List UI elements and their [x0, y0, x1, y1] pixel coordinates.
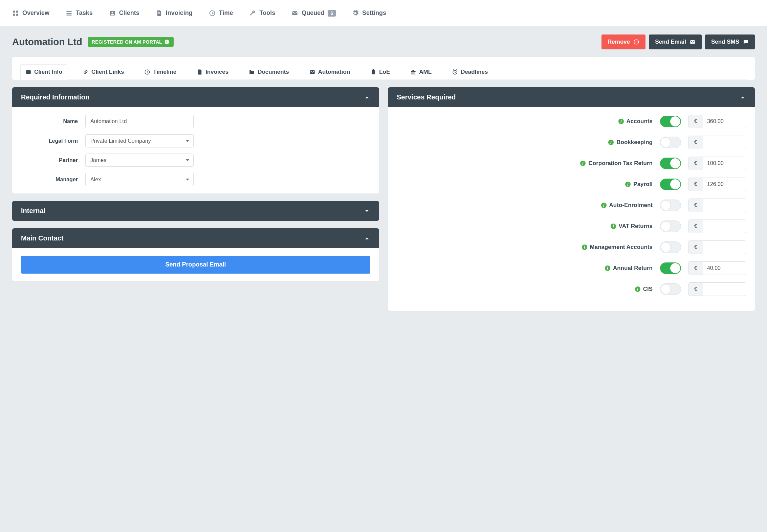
- service-row: i Corporation Tax Return €: [397, 157, 746, 170]
- tab-documents[interactable]: Documents: [244, 64, 294, 79]
- service-toggle[interactable]: [660, 158, 681, 169]
- svg-rect-16: [635, 42, 638, 42]
- panel-internal-header[interactable]: Internal: [12, 201, 379, 221]
- nav-clients-label: Clients: [119, 9, 139, 17]
- tab-deadlines[interactable]: Deadlines: [447, 64, 493, 79]
- remove-button[interactable]: Remove: [601, 34, 645, 49]
- tab-client-info-label: Client Info: [34, 69, 62, 75]
- service-toggle[interactable]: [660, 179, 681, 190]
- currency-symbol: €: [689, 115, 703, 128]
- service-toggle[interactable]: [660, 221, 681, 232]
- service-row: i VAT Returns €: [397, 219, 746, 233]
- panel-services-header[interactable]: Services Required: [388, 87, 755, 107]
- link-icon: [83, 69, 89, 75]
- service-label: i Auto-Enrolment: [601, 202, 653, 209]
- partner-select[interactable]: James: [85, 154, 194, 167]
- nav-tools-label: Tools: [259, 9, 275, 17]
- price-input[interactable]: [703, 136, 746, 149]
- price-input[interactable]: [703, 157, 746, 170]
- tab-invoices[interactable]: Invoices: [192, 64, 234, 79]
- service-name: CIS: [643, 286, 653, 293]
- panel-services-title: Services Required: [397, 93, 456, 101]
- panel-main-contact-header[interactable]: Main Contact: [12, 228, 379, 248]
- price-input[interactable]: [703, 262, 746, 275]
- service-row: i Accounts €: [397, 115, 746, 128]
- nav-overview[interactable]: Overview: [12, 9, 49, 17]
- service-row: i Auto-Enrolment €: [397, 199, 746, 212]
- service-label: i Annual Return: [605, 265, 653, 272]
- price-input[interactable]: [703, 178, 746, 191]
- info-icon: i: [580, 161, 586, 166]
- currency-symbol: €: [689, 178, 703, 191]
- document-icon: [156, 10, 162, 17]
- service-name: Auto-Enrolment: [609, 202, 653, 209]
- nav-settings[interactable]: Settings: [352, 9, 386, 17]
- person-card-icon: [109, 10, 116, 17]
- service-row: i Annual Return €: [397, 261, 746, 275]
- panel-required-info-header[interactable]: Required Information: [12, 87, 379, 107]
- tab-automation[interactable]: Automation: [304, 64, 355, 79]
- nav-queued[interactable]: Queued 6: [291, 9, 336, 17]
- service-toggle[interactable]: [660, 200, 681, 211]
- nav-time[interactable]: Time: [209, 9, 233, 17]
- tab-client-info[interactable]: Client Info: [20, 64, 67, 80]
- panel-internal-title: Internal: [21, 207, 45, 215]
- send-email-button[interactable]: Send Email: [649, 34, 702, 49]
- price-input[interactable]: [703, 115, 746, 128]
- tab-automation-label: Automation: [318, 69, 350, 75]
- clock-icon: [209, 10, 216, 17]
- tabs-card: Client Info Client Links Timeline Invoic…: [12, 57, 755, 80]
- send-proposal-button[interactable]: Send Proposal Email: [21, 256, 370, 274]
- service-toggle[interactable]: [660, 241, 681, 253]
- service-label: i Payroll: [625, 181, 653, 188]
- envelope-icon: [689, 39, 696, 45]
- service-toggle[interactable]: [660, 283, 681, 295]
- svg-rect-22: [373, 69, 374, 70]
- svg-rect-1: [16, 10, 18, 13]
- gear-icon: [352, 10, 359, 17]
- nav-invoicing[interactable]: Invoicing: [156, 9, 193, 17]
- service-price: €: [688, 219, 746, 233]
- price-input[interactable]: [703, 220, 746, 233]
- price-input[interactable]: [703, 241, 746, 254]
- legal-form-select[interactable]: Private Limited Company: [85, 134, 194, 147]
- service-toggle[interactable]: [660, 262, 681, 274]
- service-label: i Corporation Tax Return: [580, 160, 653, 167]
- panel-main-contact: Main Contact Send Proposal Email: [12, 228, 379, 281]
- file-icon: [197, 69, 203, 75]
- panel-main-contact-title: Main Contact: [21, 234, 64, 242]
- nav-clients[interactable]: Clients: [109, 9, 139, 17]
- registered-badge-label: REGISTERED ON AM PORTAL: [92, 39, 162, 45]
- nav-queued-label: Queued: [302, 9, 324, 17]
- svg-rect-5: [67, 13, 72, 14]
- send-sms-button[interactable]: Send SMS: [705, 34, 755, 49]
- service-price: €: [688, 157, 746, 170]
- service-price: €: [688, 240, 746, 254]
- mail-icon: [309, 69, 315, 75]
- service-price: €: [688, 115, 746, 128]
- service-label: i VAT Returns: [611, 223, 653, 230]
- tab-aml[interactable]: AML: [405, 64, 437, 79]
- tab-loe[interactable]: LoE: [365, 64, 395, 79]
- nav-tasks[interactable]: Tasks: [66, 9, 93, 17]
- name-input[interactable]: [85, 115, 194, 128]
- service-toggle[interactable]: [660, 137, 681, 148]
- folder-icon: [249, 69, 255, 75]
- service-name: Accounts: [627, 118, 653, 125]
- clipboard-icon: [370, 69, 376, 75]
- nav-time-label: Time: [219, 9, 233, 17]
- nav-tools[interactable]: Tools: [249, 9, 275, 17]
- info-icon: i: [605, 265, 610, 271]
- service-price: €: [688, 261, 746, 275]
- tab-documents-label: Documents: [258, 69, 289, 75]
- price-input[interactable]: [703, 199, 746, 212]
- tab-timeline[interactable]: Timeline: [139, 64, 181, 79]
- partner-label: Partner: [21, 157, 85, 163]
- service-price: €: [688, 199, 746, 212]
- tab-client-links[interactable]: Client Links: [78, 64, 129, 79]
- svg-rect-10: [158, 13, 160, 14]
- price-input[interactable]: [703, 283, 746, 296]
- service-toggle[interactable]: [660, 116, 681, 127]
- chevron-up-icon: [364, 94, 370, 101]
- manager-select[interactable]: Alex: [85, 173, 194, 186]
